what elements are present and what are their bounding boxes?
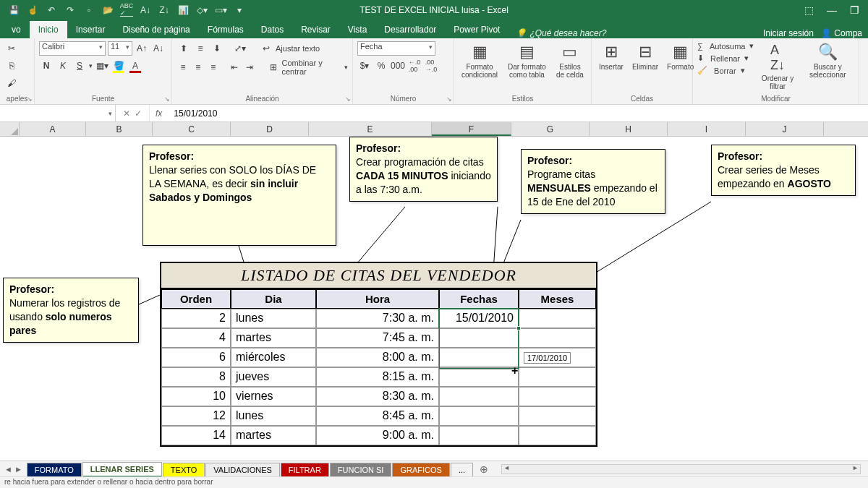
cell-orden[interactable]: 4 bbox=[161, 328, 231, 348]
format-cells-button[interactable]: ▦Formato bbox=[664, 41, 697, 72]
column-header-J[interactable]: J bbox=[746, 122, 824, 136]
increase-font-icon[interactable]: A↑ bbox=[135, 41, 149, 56]
cell-dia[interactable]: lunes bbox=[231, 309, 316, 328]
cell-fechas[interactable] bbox=[439, 406, 519, 426]
column-header-C[interactable]: C bbox=[153, 122, 231, 136]
tab-diseno[interactable]: Diseño de página bbox=[114, 21, 198, 38]
sheet-tab-llenar-series[interactable]: LLENAR SERIES bbox=[82, 462, 162, 477]
font-color-icon[interactable]: A bbox=[128, 59, 142, 73]
fill-button[interactable]: ⬇ Rellenar ▾ bbox=[697, 53, 754, 63]
border-icon[interactable]: ▦▾ bbox=[95, 59, 109, 73]
increase-decimal-icon[interactable]: ←.0.00 bbox=[407, 59, 422, 73]
cell-fechas[interactable] bbox=[439, 426, 519, 445]
cell-dia[interactable]: viernes bbox=[231, 387, 316, 406]
alignment-launcher-icon[interactable]: ↘ bbox=[345, 95, 351, 103]
redo-icon[interactable]: ↷ bbox=[64, 4, 77, 17]
column-header-B[interactable]: B bbox=[86, 122, 153, 136]
bold-button[interactable]: N bbox=[39, 59, 54, 73]
fill-color-icon[interactable]: 🪣 bbox=[111, 59, 126, 73]
cell-meses[interactable] bbox=[519, 387, 596, 406]
page-setup-icon[interactable]: ▭▾ bbox=[214, 4, 227, 17]
wrap-text-button[interactable]: Ajustar texto bbox=[276, 44, 320, 53]
cell-meses[interactable] bbox=[519, 367, 596, 387]
tab-inicio[interactable]: Inicio bbox=[30, 21, 67, 38]
align-top-icon[interactable]: ⬆ bbox=[176, 41, 191, 56]
tab-desarrollador[interactable]: Desarrollador bbox=[375, 21, 445, 38]
cell-meses[interactable] bbox=[519, 328, 596, 348]
align-bottom-icon[interactable]: ⬇ bbox=[210, 41, 224, 56]
header-hora[interactable]: Hora bbox=[316, 289, 439, 309]
column-header-F[interactable]: F bbox=[432, 122, 511, 136]
ribbon-display-icon[interactable]: ⬚ bbox=[804, 4, 814, 16]
sign-in-link[interactable]: Iniciar sesión bbox=[763, 28, 814, 38]
clipboard-launcher-icon[interactable]: ↘ bbox=[27, 95, 33, 103]
column-header-A[interactable]: A bbox=[20, 122, 86, 136]
tab-vista[interactable]: Vista bbox=[339, 21, 375, 38]
clear-button[interactable]: 🧹 Borrar ▾ bbox=[697, 66, 754, 75]
find-select-button[interactable]: 🔍Buscar y seleccionar bbox=[801, 41, 854, 80]
cell-hora[interactable]: 9:00 a. m. bbox=[316, 426, 439, 445]
sheet-nav-arrows[interactable]: ◄ ► bbox=[0, 465, 27, 474]
currency-icon[interactable]: $▾ bbox=[357, 59, 372, 73]
copy-icon[interactable]: ⎘ bbox=[4, 59, 19, 73]
sheet-tab-filtrar[interactable]: FILTRAR bbox=[281, 463, 329, 476]
wrap-text-icon[interactable]: ↩ bbox=[259, 41, 273, 56]
tab-formulas[interactable]: Fórmulas bbox=[199, 21, 252, 38]
cell-hora[interactable]: 8:15 a. m. bbox=[316, 367, 439, 387]
select-all-triangle[interactable] bbox=[0, 122, 20, 136]
cell-hora[interactable]: 8:30 a. m. bbox=[316, 387, 439, 406]
cell-meses[interactable] bbox=[519, 426, 596, 445]
header-fechas[interactable]: Fechas bbox=[439, 289, 519, 309]
number-launcher-icon[interactable]: ↘ bbox=[446, 95, 452, 103]
cell-hora[interactable]: 7:30 a. m. bbox=[316, 309, 439, 328]
sort-desc-icon[interactable]: Z↓ bbox=[158, 4, 171, 17]
cell-orden[interactable]: 12 bbox=[161, 406, 231, 426]
shapes-icon[interactable]: ◇▾ bbox=[195, 4, 208, 17]
fx-icon[interactable]: fx bbox=[150, 108, 168, 119]
cell-dia[interactable]: miércoles bbox=[231, 348, 316, 367]
cancel-formula-icon[interactable]: ✕ bbox=[123, 108, 130, 119]
font-name-select[interactable]: Calibri bbox=[39, 41, 106, 56]
tab-archivo[interactable]: vo bbox=[3, 21, 30, 38]
open-icon[interactable]: 📂 bbox=[101, 4, 114, 17]
cell-orden[interactable]: 2 bbox=[161, 309, 231, 328]
increase-indent-icon[interactable]: ⇥ bbox=[243, 60, 256, 74]
align-center-icon[interactable]: ≡ bbox=[192, 60, 205, 74]
new-sheet-button[interactable]: ⊕ bbox=[474, 463, 494, 475]
cell-dia[interactable]: martes bbox=[231, 426, 316, 445]
column-header-H[interactable]: H bbox=[590, 122, 668, 136]
underline-button[interactable]: S bbox=[72, 59, 87, 73]
header-dia[interactable]: Dia bbox=[231, 289, 316, 309]
tab-powerpivot[interactable]: Power Pivot bbox=[445, 21, 509, 38]
font-size-select[interactable]: 11 bbox=[108, 41, 132, 56]
cell-styles-button[interactable]: ▭Estilos de celda bbox=[553, 41, 587, 80]
touch-mode-icon[interactable]: ☝ bbox=[26, 4, 39, 17]
column-header-I[interactable]: I bbox=[668, 122, 746, 136]
name-box[interactable] bbox=[0, 105, 116, 121]
cell-meses[interactable] bbox=[519, 406, 596, 426]
cell-hora[interactable]: 8:45 a. m. bbox=[316, 406, 439, 426]
italic-button[interactable]: K bbox=[56, 59, 70, 73]
share-button[interactable]: 👤 Compa bbox=[821, 28, 862, 38]
header-orden[interactable]: Orden bbox=[161, 289, 231, 309]
chart-icon[interactable]: 📊 bbox=[176, 4, 190, 17]
qat-customize-icon[interactable]: ▾ bbox=[233, 4, 246, 17]
merge-center-button[interactable]: Combinar y centrar bbox=[281, 59, 342, 76]
sheet-tab-graficos[interactable]: GRAFICOS bbox=[392, 463, 449, 476]
format-table-button[interactable]: ▤Dar formato como tabla bbox=[503, 41, 550, 80]
cell-hora[interactable]: 7:45 a. m. bbox=[316, 328, 439, 348]
cell-hora[interactable]: 8:00 a. m. bbox=[316, 348, 439, 367]
delete-cells-button[interactable]: ⊟Eliminar bbox=[629, 41, 661, 72]
number-format-select[interactable]: Fecha bbox=[357, 41, 435, 56]
autosum-button[interactable]: ∑ Autosuma ▾ bbox=[697, 41, 754, 51]
cell-orden[interactable]: 6 bbox=[161, 348, 231, 367]
insert-cells-button[interactable]: ⊞Insertar bbox=[596, 41, 626, 72]
sort-filter-button[interactable]: AZ↓Ordenar y filtrar bbox=[757, 41, 799, 92]
percent-icon[interactable]: % bbox=[374, 59, 388, 73]
maximize-icon[interactable]: ❐ bbox=[850, 4, 859, 16]
undo-icon[interactable]: ↶ bbox=[45, 4, 58, 17]
align-right-icon[interactable]: ≡ bbox=[207, 60, 220, 74]
sort-asc-icon[interactable]: A↓ bbox=[139, 4, 152, 17]
sheet-tab-more[interactable]: ... bbox=[451, 463, 473, 476]
save-icon[interactable]: 💾 bbox=[7, 4, 20, 17]
